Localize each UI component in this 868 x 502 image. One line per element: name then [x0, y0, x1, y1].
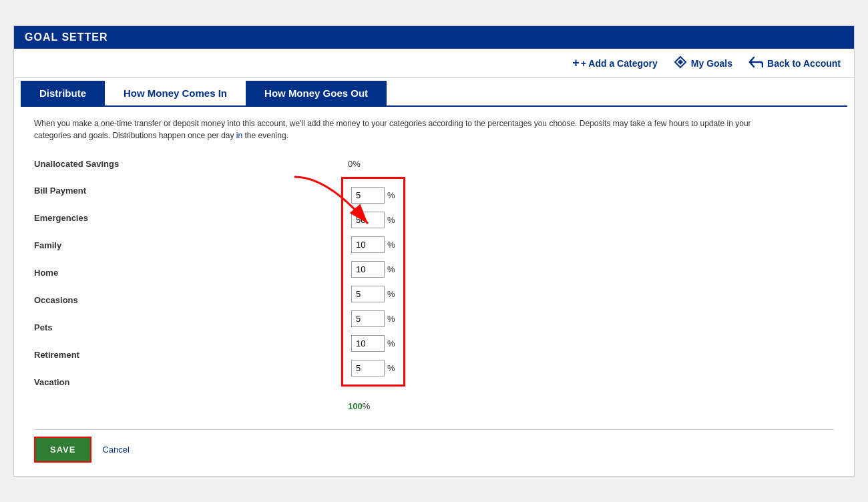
- my-goals-label: My Goals: [691, 58, 732, 69]
- description-text: When you make a one-time transfer or dep…: [34, 117, 769, 142]
- label-family: Family: [34, 232, 341, 259]
- input-occasions[interactable]: [351, 286, 385, 302]
- save-button[interactable]: SAVE: [34, 437, 91, 463]
- tab-how-money-comes-in[interactable]: How Money Comes In: [105, 81, 246, 105]
- goals-icon: [674, 55, 687, 71]
- tab-how-money-goes-out[interactable]: How Money Goes Out: [246, 81, 387, 105]
- percent-pets: %: [387, 314, 395, 324]
- input-emergencies[interactable]: [351, 212, 385, 228]
- app-title: GOAL SETTER: [25, 31, 108, 43]
- percent-bill-payment: %: [387, 190, 395, 200]
- top-nav: + + Add a Category My Goals Back to Acco…: [14, 49, 854, 78]
- save-label: SAVE: [50, 445, 75, 455]
- app-container: GOAL SETTER + + Add a Category My Goals: [13, 25, 855, 477]
- input-row-vacation: %: [351, 356, 395, 381]
- input-retirement[interactable]: [351, 335, 385, 352]
- input-row-retirement: %: [351, 331, 395, 356]
- input-row-family: %: [351, 232, 395, 257]
- add-icon: +: [572, 56, 580, 70]
- total-value: 100: [348, 401, 363, 411]
- unallocated-row: Unallocated Savings 0%: [34, 155, 834, 173]
- main-section: Bill Payment Emergencies Family Home Occ…: [34, 177, 834, 416]
- percent-family: %: [387, 240, 395, 250]
- input-family[interactable]: [351, 236, 385, 253]
- total-pct: %: [363, 401, 371, 411]
- input-vacation[interactable]: [351, 360, 385, 376]
- inputs-highlighted-box: % % % %: [341, 177, 405, 387]
- label-retirement: Retirement: [34, 341, 341, 368]
- categories-layout: Bill Payment Emergencies Family Home Occ…: [34, 177, 834, 396]
- back-to-account-label: Back to Account: [767, 58, 841, 69]
- unallocated-label: Unallocated Savings: [34, 159, 341, 169]
- actions-area: SAVE Cancel: [34, 429, 834, 463]
- input-row-pets: %: [351, 306, 395, 331]
- percent-occasions: %: [387, 289, 395, 299]
- label-bill-payment: Bill Payment: [34, 177, 341, 204]
- content-area: When you make a one-time transfer or dep…: [14, 107, 854, 476]
- label-vacation: Vacation: [34, 368, 341, 396]
- add-category-button[interactable]: + + Add a Category: [572, 56, 658, 70]
- input-row-emergencies: %: [351, 208, 395, 232]
- unallocated-value: 0%: [348, 159, 361, 169]
- back-icon: [748, 56, 763, 70]
- percent-home: %: [387, 264, 395, 274]
- percent-emergencies: %: [387, 215, 395, 225]
- input-row-home: %: [351, 257, 395, 282]
- input-home[interactable]: [351, 261, 385, 278]
- tab-distribute[interactable]: Distribute: [21, 81, 105, 105]
- cancel-link[interactable]: Cancel: [102, 445, 129, 455]
- label-occasions: Occasions: [34, 286, 341, 314]
- app-header: GOAL SETTER: [14, 26, 854, 49]
- label-emergencies: Emergencies: [34, 204, 341, 232]
- percent-retirement: %: [387, 338, 395, 348]
- label-home: Home: [34, 259, 341, 286]
- add-category-label: + Add a Category: [581, 58, 658, 69]
- back-to-account-button[interactable]: Back to Account: [748, 56, 841, 70]
- label-pets: Pets: [34, 314, 341, 341]
- total-row: 100%: [348, 396, 834, 416]
- my-goals-button[interactable]: My Goals: [674, 55, 732, 71]
- input-bill-payment[interactable]: [351, 187, 385, 204]
- input-row-occasions: %: [351, 282, 395, 306]
- percent-vacation: %: [387, 363, 395, 373]
- input-pets[interactable]: [351, 310, 385, 327]
- cancel-label: Cancel: [102, 445, 129, 455]
- input-row-bill-payment: %: [351, 183, 395, 208]
- svg-marker-1: [678, 59, 683, 65]
- category-labels: Bill Payment Emergencies Family Home Occ…: [34, 177, 341, 396]
- tab-bar: Distribute How Money Comes In How Money …: [21, 81, 847, 107]
